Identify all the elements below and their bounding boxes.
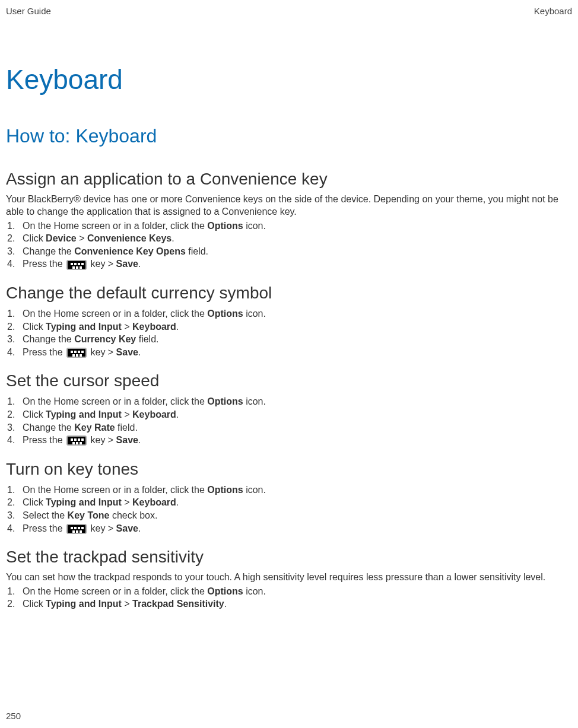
step-text: icon. — [243, 485, 266, 495]
step-text: field. — [186, 246, 208, 256]
step-text: icon. — [243, 309, 266, 319]
step-item: Click Typing and Input > Trackpad Sensit… — [6, 597, 572, 611]
step-text: Press the — [23, 435, 65, 445]
step-item: Click Typing and Input > Keyboard. — [6, 496, 572, 509]
step-item: Press the key > Save. — [6, 522, 572, 535]
blackberry-key-icon — [66, 435, 87, 446]
step-text: field. — [115, 422, 138, 433]
step-list: On the Home screen or in a folder, click… — [6, 220, 572, 271]
step-text: icon. — [243, 586, 266, 596]
step-item: Press the key > Save. — [6, 346, 572, 359]
step-list: On the Home screen or in a folder, click… — [6, 585, 572, 611]
step-text: Press the — [23, 523, 65, 533]
subsection-heading: Change the default currency symbol — [6, 284, 572, 303]
step-bold: Trackpad Sensitivity — [132, 599, 224, 609]
step-item: Change the Currency Key field. — [6, 333, 572, 346]
step-text: check box. — [109, 510, 157, 520]
subsection-heading: Assign an application to a Convenience k… — [6, 170, 572, 189]
step-text: Press the — [23, 259, 65, 269]
step-item: Change the Key Rate field. — [6, 421, 572, 434]
step-text: On the Home screen or in a folder, click… — [23, 221, 207, 231]
step-text: Change the — [23, 246, 74, 256]
page-title: Keyboard — [6, 63, 572, 96]
step-bold: Key Tone — [68, 510, 110, 520]
step-text: Click — [23, 322, 46, 332]
step-bold: Typing and Input — [46, 322, 122, 332]
step-bold: Typing and Input — [46, 409, 122, 419]
subsection-heading: Set the trackpad sensitivity — [6, 548, 572, 567]
step-item: On the Home screen or in a folder, click… — [6, 220, 572, 233]
step-bold: Keyboard — [132, 322, 176, 332]
step-text: Select the — [23, 510, 68, 520]
step-bold: Options — [207, 309, 243, 319]
step-text: Click — [23, 409, 46, 419]
step-text: > — [122, 322, 132, 332]
step-bold: Typing and Input — [46, 599, 122, 609]
step-bold: Options — [207, 485, 243, 495]
step-text: field. — [136, 334, 158, 344]
step-item: On the Home screen or in a folder, click… — [6, 484, 572, 497]
step-list: On the Home screen or in a folder, click… — [6, 484, 572, 535]
step-text: Change the — [23, 334, 74, 344]
section-heading: How to: Keyboard — [6, 125, 572, 147]
step-bold: Currency Key — [74, 334, 136, 344]
intro-paragraph: Your BlackBerry® device has one or more … — [6, 193, 572, 218]
step-text: On the Home screen or in a folder, click… — [23, 396, 207, 406]
step-item: On the Home screen or in a folder, click… — [6, 585, 572, 598]
step-text: > — [122, 497, 132, 507]
step-bold: Options — [207, 586, 243, 596]
step-item: Press the key > Save. — [6, 257, 572, 271]
step-text: key > — [88, 435, 116, 445]
step-text: Click — [23, 233, 46, 243]
step-bold: Keyboard — [132, 497, 176, 507]
step-text: icon. — [243, 396, 266, 406]
step-text: On the Home screen or in a folder, click… — [23, 586, 207, 596]
step-text: On the Home screen or in a folder, click… — [23, 309, 207, 319]
step-text: . — [224, 599, 227, 609]
page-number: 250 — [6, 711, 21, 721]
step-bold: Keyboard — [132, 409, 176, 419]
step-bold: Device — [46, 233, 77, 243]
step-bold: Save — [116, 347, 138, 357]
subsection-heading: Turn on key tones — [6, 460, 572, 479]
step-text: key > — [88, 523, 116, 533]
subsection-heading: Set the cursor speed — [6, 371, 572, 390]
step-bold: Typing and Input — [46, 497, 122, 507]
step-text: . — [176, 409, 179, 419]
step-text: Click — [23, 497, 46, 507]
blackberry-key-icon — [66, 260, 87, 270]
step-item: Click Typing and Input > Keyboard. — [6, 320, 572, 333]
step-bold: Save — [116, 435, 138, 445]
step-bold: Save — [116, 259, 138, 269]
step-text: Change the — [23, 422, 74, 433]
step-text: Press the — [23, 347, 65, 357]
step-item: Click Device > Convenience Keys. — [6, 232, 572, 245]
blackberry-key-icon — [66, 524, 87, 534]
step-text: . — [172, 233, 174, 243]
step-bold: Save — [116, 523, 138, 533]
step-text: Click — [23, 599, 46, 609]
blackberry-key-icon — [66, 348, 87, 358]
step-list: On the Home screen or in a folder, click… — [6, 307, 572, 358]
step-text: > — [122, 599, 132, 609]
step-item: On the Home screen or in a folder, click… — [6, 395, 572, 408]
step-bold: Options — [207, 396, 243, 406]
step-text: > — [122, 409, 132, 419]
step-item: On the Home screen or in a folder, click… — [6, 307, 572, 320]
step-text: key > — [88, 259, 116, 269]
header-bar: User Guide Keyboard — [6, 6, 572, 16]
step-text: . — [176, 497, 179, 507]
step-text: . — [176, 322, 179, 332]
step-item: Click Typing and Input > Keyboard. — [6, 408, 572, 421]
header-right: Keyboard — [534, 6, 572, 16]
step-bold: Options — [207, 221, 243, 231]
step-list: On the Home screen or in a folder, click… — [6, 395, 572, 446]
header-left: User Guide — [6, 6, 51, 16]
step-bold: Key Rate — [74, 422, 115, 433]
step-item: Change the Convenience Key Opens field. — [6, 245, 572, 258]
step-text: key > — [88, 347, 116, 357]
intro-paragraph: You can set how the trackpad responds to… — [6, 571, 572, 584]
step-item: Press the key > Save. — [6, 434, 572, 447]
step-text: On the Home screen or in a folder, click… — [23, 485, 207, 495]
step-text: > — [77, 233, 87, 243]
